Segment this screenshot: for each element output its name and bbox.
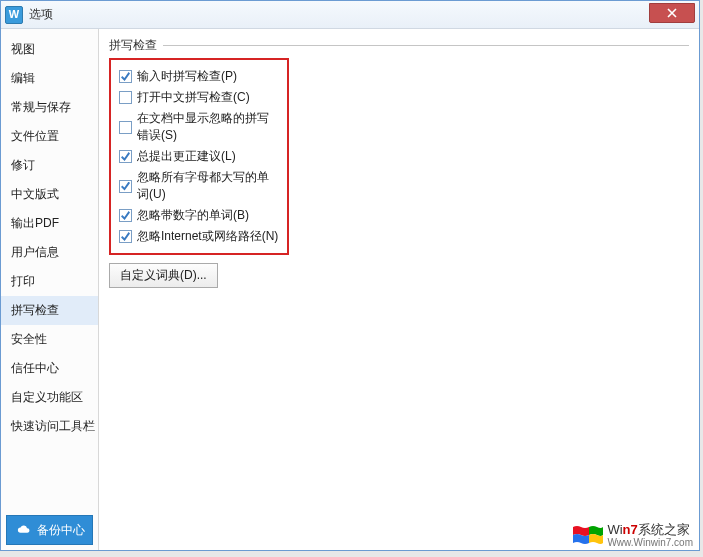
checkbox-spellcheck-typing[interactable] — [119, 70, 132, 83]
section-title: 拼写检查 — [109, 37, 157, 54]
sidebar-item-security[interactable]: 安全性 — [1, 325, 98, 354]
checkbox-label: 打开中文拼写检查(C) — [137, 89, 250, 106]
watermark-prefix: Wi — [607, 522, 622, 537]
checkbox-ignore-internet-paths[interactable] — [119, 230, 132, 243]
highlight-box: 输入时拼写检查(P) 打开中文拼写检查(C) 在文档中显示忽略的拼写错误(S) … — [109, 58, 289, 255]
cloud-icon — [17, 523, 31, 537]
checkbox-suggest-corrections[interactable] — [119, 150, 132, 163]
sidebar-item-view[interactable]: 视图 — [1, 35, 98, 64]
checkbox-row[interactable]: 总提出更正建议(L) — [119, 146, 279, 167]
checkbox-show-ignored-errors[interactable] — [119, 121, 132, 134]
window-title: 选项 — [29, 6, 53, 23]
checkbox-label: 忽略所有字母都大写的单词(U) — [137, 169, 279, 203]
sidebar-item-revision[interactable]: 修订 — [1, 151, 98, 180]
dialog-body: 视图 编辑 常规与保存 文件位置 修订 中文版式 输出PDF 用户信息 打印 拼… — [1, 29, 699, 550]
section-divider — [163, 45, 689, 46]
sidebar-item-file-location[interactable]: 文件位置 — [1, 122, 98, 151]
windows-flag-icon — [571, 523, 603, 547]
titlebar: W 选项 — [1, 1, 699, 29]
backup-center-label: 备份中心 — [37, 522, 85, 539]
sidebar-item-edit[interactable]: 编辑 — [1, 64, 98, 93]
checkbox-row[interactable]: 忽略所有字母都大写的单词(U) — [119, 167, 279, 205]
sidebar-item-user-info[interactable]: 用户信息 — [1, 238, 98, 267]
watermark-red: n7 — [623, 522, 638, 537]
checkbox-label: 忽略带数字的单词(B) — [137, 207, 249, 224]
checkbox-chinese-spellcheck[interactable] — [119, 91, 132, 104]
checkbox-row[interactable]: 忽略Internet或网络路径(N) — [119, 226, 279, 247]
sidebar-item-trust-center[interactable]: 信任中心 — [1, 354, 98, 383]
app-icon: W — [5, 6, 23, 24]
sidebar-item-customize-ribbon[interactable]: 自定义功能区 — [1, 383, 98, 412]
sidebar-item-print[interactable]: 打印 — [1, 267, 98, 296]
section-header: 拼写检查 — [109, 37, 689, 54]
checkbox-row[interactable]: 在文档中显示忽略的拼写错误(S) — [119, 108, 279, 146]
watermark-url: Www.Winwin7.com — [607, 537, 693, 548]
close-button[interactable] — [649, 3, 695, 23]
checkbox-label: 在文档中显示忽略的拼写错误(S) — [137, 110, 279, 144]
checkbox-row[interactable]: 打开中文拼写检查(C) — [119, 87, 279, 108]
sidebar: 视图 编辑 常规与保存 文件位置 修订 中文版式 输出PDF 用户信息 打印 拼… — [1, 29, 99, 550]
content-pane: 拼写检查 输入时拼写检查(P) 打开中文拼写检查(C) 在文档中显示忽略的拼写错… — [99, 29, 699, 550]
checkbox-row[interactable]: 忽略带数字的单词(B) — [119, 205, 279, 226]
checkbox-label: 输入时拼写检查(P) — [137, 68, 237, 85]
checkbox-label: 总提出更正建议(L) — [137, 148, 236, 165]
checkbox-ignore-numbers[interactable] — [119, 209, 132, 222]
sidebar-item-spellcheck[interactable]: 拼写检查 — [1, 296, 98, 325]
sidebar-item-general-save[interactable]: 常规与保存 — [1, 93, 98, 122]
sidebar-item-output-pdf[interactable]: 输出PDF — [1, 209, 98, 238]
watermark-title: Win7系统之家 — [607, 523, 693, 537]
checkbox-label: 忽略Internet或网络路径(N) — [137, 228, 278, 245]
watermark: Win7系统之家 Www.Winwin7.com — [571, 523, 693, 548]
sidebar-item-chinese-layout[interactable]: 中文版式 — [1, 180, 98, 209]
checkbox-ignore-uppercase[interactable] — [119, 180, 132, 193]
options-dialog: W 选项 视图 编辑 常规与保存 文件位置 修订 中文版式 输出PDF 用户信息… — [0, 0, 700, 551]
checkbox-row[interactable]: 输入时拼写检查(P) — [119, 66, 279, 87]
sidebar-item-quick-access-toolbar[interactable]: 快速访问工具栏 — [1, 412, 98, 441]
close-icon — [667, 8, 677, 18]
backup-center-button[interactable]: 备份中心 — [6, 515, 93, 545]
custom-dictionary-button[interactable]: 自定义词典(D)... — [109, 263, 218, 288]
watermark-suffix: 系统之家 — [638, 522, 690, 537]
